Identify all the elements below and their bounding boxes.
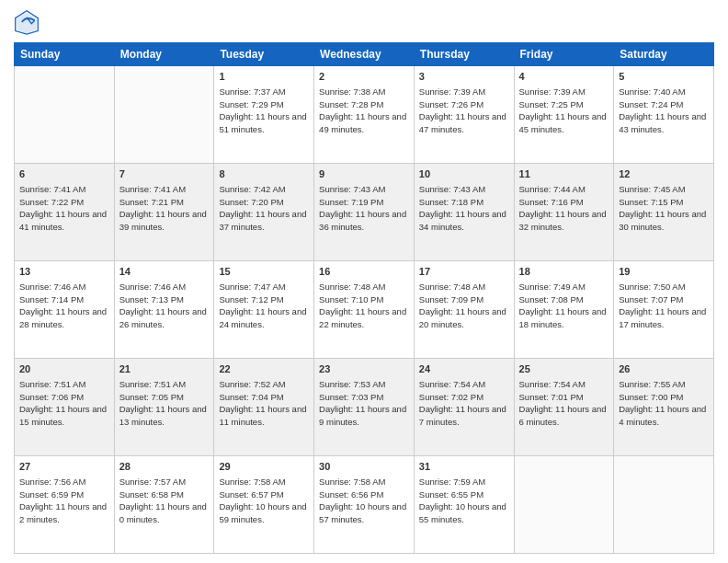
col-header-thursday: Thursday (414, 43, 514, 66)
day-number: 8 (219, 167, 309, 181)
cell-info: Sunrise: 7:53 AM Sunset: 7:03 PM Dayligh… (319, 379, 406, 427)
day-number: 27 (19, 460, 109, 474)
cell-info: Sunrise: 7:48 AM Sunset: 7:09 PM Dayligh… (419, 282, 506, 329)
day-cell: 29Sunrise: 7:58 AM Sunset: 6:57 PM Dayli… (214, 456, 314, 554)
day-cell (15, 66, 115, 164)
cell-info: Sunrise: 7:37 AM Sunset: 7:29 PM Dayligh… (219, 86, 306, 134)
cell-info: Sunrise: 7:47 AM Sunset: 7:12 PM Dayligh… (219, 282, 306, 329)
week-row-2: 6Sunrise: 7:41 AM Sunset: 7:22 PM Daylig… (15, 164, 714, 261)
week-row-1: 1Sunrise: 7:37 AM Sunset: 7:29 PM Daylig… (15, 66, 714, 164)
day-cell: 30Sunrise: 7:58 AM Sunset: 6:56 PM Dayli… (314, 456, 415, 554)
day-number: 26 (619, 362, 709, 376)
col-header-wednesday: Wednesday (314, 43, 415, 66)
day-cell: 21Sunrise: 7:51 AM Sunset: 7:05 PM Dayli… (114, 359, 214, 456)
cell-info: Sunrise: 7:54 AM Sunset: 7:02 PM Dayligh… (419, 379, 506, 427)
day-cell: 23Sunrise: 7:53 AM Sunset: 7:03 PM Dayli… (314, 359, 415, 456)
day-number: 31 (419, 460, 509, 474)
day-number: 25 (519, 362, 609, 376)
day-cell: 9Sunrise: 7:43 AM Sunset: 7:19 PM Daylig… (314, 164, 415, 261)
day-number: 4 (519, 70, 609, 84)
page: SundayMondayTuesdayWednesdayThursdayFrid… (0, 0, 728, 563)
cell-info: Sunrise: 7:51 AM Sunset: 7:06 PM Dayligh… (19, 379, 107, 427)
day-cell: 20Sunrise: 7:51 AM Sunset: 7:06 PM Dayli… (15, 359, 115, 456)
day-number: 17 (419, 265, 509, 279)
cell-info: Sunrise: 7:52 AM Sunset: 7:04 PM Dayligh… (219, 379, 306, 427)
day-number: 14 (119, 265, 210, 279)
day-cell: 25Sunrise: 7:54 AM Sunset: 7:01 PM Dayli… (514, 359, 614, 456)
cell-info: Sunrise: 7:56 AM Sunset: 6:59 PM Dayligh… (19, 477, 107, 524)
day-number: 15 (219, 265, 309, 279)
day-number: 19 (619, 265, 709, 279)
cell-info: Sunrise: 7:58 AM Sunset: 6:56 PM Dayligh… (319, 477, 406, 524)
cell-info: Sunrise: 7:48 AM Sunset: 7:10 PM Dayligh… (319, 282, 406, 329)
day-cell (514, 456, 614, 554)
day-number: 21 (119, 362, 210, 376)
cell-info: Sunrise: 7:46 AM Sunset: 7:14 PM Dayligh… (19, 282, 107, 329)
day-cell: 8Sunrise: 7:42 AM Sunset: 7:20 PM Daylig… (214, 164, 314, 261)
day-number: 29 (219, 460, 309, 474)
cell-info: Sunrise: 7:44 AM Sunset: 7:16 PM Dayligh… (519, 184, 607, 232)
week-row-3: 13Sunrise: 7:46 AM Sunset: 7:14 PM Dayli… (15, 261, 714, 359)
day-number: 16 (319, 265, 409, 279)
cell-info: Sunrise: 7:51 AM Sunset: 7:05 PM Dayligh… (119, 379, 207, 427)
day-number: 24 (419, 362, 509, 376)
day-cell: 22Sunrise: 7:52 AM Sunset: 7:04 PM Dayli… (214, 359, 314, 456)
day-cell: 31Sunrise: 7:59 AM Sunset: 6:55 PM Dayli… (414, 456, 514, 554)
day-cell: 11Sunrise: 7:44 AM Sunset: 7:16 PM Dayli… (514, 164, 614, 261)
day-cell: 4Sunrise: 7:39 AM Sunset: 7:25 PM Daylig… (514, 66, 614, 164)
cell-info: Sunrise: 7:45 AM Sunset: 7:15 PM Dayligh… (619, 184, 706, 232)
day-cell (614, 456, 714, 554)
day-number: 12 (619, 167, 709, 181)
cell-info: Sunrise: 7:57 AM Sunset: 6:58 PM Dayligh… (119, 477, 207, 524)
day-number: 1 (219, 70, 309, 84)
day-cell: 7Sunrise: 7:41 AM Sunset: 7:21 PM Daylig… (114, 164, 214, 261)
col-header-friday: Friday (514, 43, 614, 66)
col-header-monday: Monday (114, 43, 214, 66)
week-row-5: 27Sunrise: 7:56 AM Sunset: 6:59 PM Dayli… (15, 456, 714, 554)
day-cell: 2Sunrise: 7:38 AM Sunset: 7:28 PM Daylig… (314, 66, 415, 164)
cell-info: Sunrise: 7:40 AM Sunset: 7:24 PM Dayligh… (619, 86, 706, 134)
cell-info: Sunrise: 7:39 AM Sunset: 7:26 PM Dayligh… (419, 86, 506, 134)
day-number: 7 (119, 167, 210, 181)
cell-info: Sunrise: 7:42 AM Sunset: 7:20 PM Dayligh… (219, 184, 306, 232)
logo (14, 9, 43, 35)
cell-info: Sunrise: 7:41 AM Sunset: 7:21 PM Dayligh… (119, 184, 207, 232)
day-number: 11 (519, 167, 609, 181)
day-cell: 18Sunrise: 7:49 AM Sunset: 7:08 PM Dayli… (514, 261, 614, 359)
day-cell: 27Sunrise: 7:56 AM Sunset: 6:59 PM Dayli… (15, 456, 115, 554)
day-number: 3 (419, 70, 509, 84)
day-cell: 15Sunrise: 7:47 AM Sunset: 7:12 PM Dayli… (214, 261, 314, 359)
day-cell: 10Sunrise: 7:43 AM Sunset: 7:18 PM Dayli… (414, 164, 514, 261)
cell-info: Sunrise: 7:55 AM Sunset: 7:00 PM Dayligh… (619, 379, 706, 427)
day-cell: 28Sunrise: 7:57 AM Sunset: 6:58 PM Dayli… (114, 456, 214, 554)
day-number: 6 (19, 167, 109, 181)
day-cell: 24Sunrise: 7:54 AM Sunset: 7:02 PM Dayli… (414, 359, 514, 456)
day-number: 20 (19, 362, 109, 376)
cell-info: Sunrise: 7:41 AM Sunset: 7:22 PM Dayligh… (19, 184, 107, 232)
day-cell (114, 66, 214, 164)
day-cell: 13Sunrise: 7:46 AM Sunset: 7:14 PM Dayli… (15, 261, 115, 359)
day-cell: 3Sunrise: 7:39 AM Sunset: 7:26 PM Daylig… (414, 66, 514, 164)
week-row-4: 20Sunrise: 7:51 AM Sunset: 7:06 PM Dayli… (15, 359, 714, 456)
cell-info: Sunrise: 7:54 AM Sunset: 7:01 PM Dayligh… (519, 379, 607, 427)
calendar-table: SundayMondayTuesdayWednesdayThursdayFrid… (14, 42, 714, 554)
col-header-sunday: Sunday (15, 43, 115, 66)
day-number: 22 (219, 362, 309, 376)
cell-info: Sunrise: 7:50 AM Sunset: 7:07 PM Dayligh… (619, 282, 706, 329)
day-number: 13 (19, 265, 109, 279)
cell-info: Sunrise: 7:38 AM Sunset: 7:28 PM Dayligh… (319, 86, 406, 134)
day-number: 30 (319, 460, 409, 474)
cell-info: Sunrise: 7:39 AM Sunset: 7:25 PM Dayligh… (519, 86, 607, 134)
day-number: 2 (319, 70, 409, 84)
day-cell: 12Sunrise: 7:45 AM Sunset: 7:15 PM Dayli… (614, 164, 714, 261)
day-cell: 17Sunrise: 7:48 AM Sunset: 7:09 PM Dayli… (414, 261, 514, 359)
header (14, 9, 714, 35)
day-number: 9 (319, 167, 409, 181)
day-number: 10 (419, 167, 509, 181)
header-row: SundayMondayTuesdayWednesdayThursdayFrid… (15, 43, 714, 66)
day-cell: 6Sunrise: 7:41 AM Sunset: 7:22 PM Daylig… (15, 164, 115, 261)
cell-info: Sunrise: 7:49 AM Sunset: 7:08 PM Dayligh… (519, 282, 607, 329)
cell-info: Sunrise: 7:43 AM Sunset: 7:18 PM Dayligh… (419, 184, 506, 232)
day-cell: 19Sunrise: 7:50 AM Sunset: 7:07 PM Dayli… (614, 261, 714, 359)
cell-info: Sunrise: 7:46 AM Sunset: 7:13 PM Dayligh… (119, 282, 207, 329)
